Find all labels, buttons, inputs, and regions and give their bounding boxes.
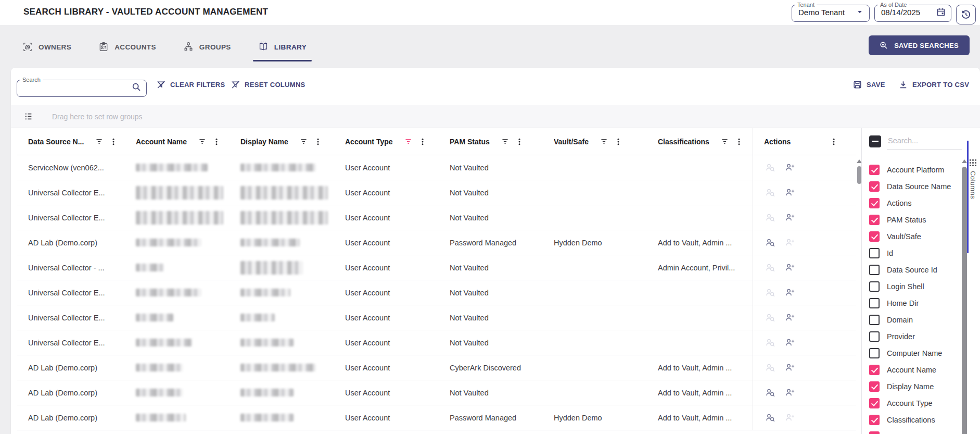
person-add-icon[interactable]	[785, 313, 795, 323]
table-row[interactable]: AD Lab (Demo.corp) User Account Password…	[17, 405, 856, 430]
tenant-select[interactable]: Tenant Demo Tenant	[792, 2, 870, 22]
column-checkbox[interactable]	[869, 331, 880, 342]
table-row[interactable]: ServiceNow (ven062... User Account Not V…	[17, 155, 856, 180]
column-header[interactable]: PAM Status	[439, 128, 543, 155]
column-checkbox[interactable]	[869, 315, 880, 325]
column-header[interactable]: Vault/Safe	[543, 128, 647, 155]
column-checkbox[interactable]	[869, 165, 880, 175]
column-checkbox[interactable]	[869, 281, 880, 292]
column-menu-icon[interactable]	[419, 138, 426, 146]
column-toggle-item[interactable]: Vault/Safe	[869, 228, 956, 245]
filter-icon[interactable]	[95, 138, 103, 145]
column-toggle-item[interactable]: Actions	[869, 195, 956, 212]
column-toggle-item[interactable]: PAM Status	[869, 212, 956, 228]
filter-icon[interactable]	[721, 138, 729, 145]
column-menu-icon[interactable]	[213, 138, 220, 146]
person-add-icon[interactable]	[785, 363, 795, 373]
column-menu-icon[interactable]	[830, 138, 837, 146]
table-row[interactable]: AD Lab (Demo.corp) User Account CyberArk…	[17, 355, 856, 380]
person-add-icon[interactable]	[785, 188, 795, 197]
history-button[interactable]	[956, 5, 976, 24]
clear-filters-button[interactable]: CLEAR FILTERS	[157, 80, 225, 89]
export-to-csv-button[interactable]: EXPORT TO CSV	[899, 80, 969, 89]
table-row[interactable]: AD Lab (Demo.corp) User Account Password…	[17, 230, 856, 255]
calendar-icon[interactable]	[936, 7, 946, 17]
table-row[interactable]: Universal Collector - ... User Account N…	[17, 255, 856, 280]
column-header[interactable]: Actions	[753, 128, 856, 155]
column-checkbox[interactable]	[869, 181, 880, 192]
column-menu-icon[interactable]	[735, 138, 743, 146]
column-toggle-item[interactable]: Login Shell	[869, 278, 956, 295]
row-groups-dropzone[interactable]: Drag here to set row groups	[11, 105, 980, 128]
column-checkbox[interactable]	[869, 248, 880, 258]
column-toggle-item[interactable]: Home Dir	[869, 295, 956, 312]
column-checkbox[interactable]	[869, 348, 880, 358]
person-add-icon[interactable]	[785, 288, 795, 297]
search-input[interactable]	[23, 82, 132, 92]
filter-icon[interactable]	[501, 138, 509, 145]
column-checkbox[interactable]	[869, 365, 880, 375]
table-row[interactable]: Universal Collector E... User Account No…	[17, 330, 856, 355]
tab-groups[interactable]: GROUPS	[180, 36, 234, 61]
tab-library[interactable]: LIBRARY	[255, 36, 310, 61]
person-search-icon[interactable]	[766, 313, 775, 323]
tab-owners[interactable]: OWNERS	[19, 36, 74, 61]
filter-icon[interactable]	[600, 138, 608, 145]
column-toggle-item[interactable]: Account Platform	[869, 162, 956, 178]
person-search-icon[interactable]	[766, 413, 775, 423]
filter-icon[interactable]	[300, 138, 308, 145]
column-header[interactable]: Display Name	[230, 128, 334, 155]
person-add-icon[interactable]	[785, 388, 795, 398]
column-toggle-item[interactable]: Id	[869, 245, 956, 262]
column-menu-icon[interactable]	[615, 138, 622, 146]
person-search-icon[interactable]	[766, 213, 775, 222]
column-checkbox[interactable]	[869, 415, 880, 425]
panel-scrollbar-thumb[interactable]	[962, 167, 967, 434]
table-row[interactable]: Universal Collector E... User Account No…	[17, 180, 856, 205]
column-toggle-item[interactable]: Display Name	[869, 378, 956, 395]
person-add-icon[interactable]	[785, 163, 795, 172]
column-menu-icon[interactable]	[110, 138, 117, 146]
table-row[interactable]: AD Lab (Demo.corp) User Account Not Vaul…	[17, 380, 856, 405]
column-toggle-item[interactable]: Data Source Name	[869, 178, 956, 195]
column-checkbox[interactable]	[869, 298, 880, 308]
column-header[interactable]: Data Source N...	[17, 128, 125, 155]
table-row[interactable]: Universal Collector E... User Account No…	[17, 280, 856, 305]
person-search-icon[interactable]	[766, 363, 775, 373]
filter-icon[interactable]	[198, 138, 206, 145]
person-add-icon[interactable]	[785, 263, 795, 272]
column-checkbox[interactable]	[869, 231, 880, 242]
column-checkbox[interactable]	[869, 431, 880, 434]
panel-scroll-up-arrow[interactable]	[962, 159, 967, 163]
column-checkbox[interactable]	[869, 265, 880, 275]
person-add-icon[interactable]	[785, 338, 795, 348]
person-search-icon[interactable]	[766, 163, 775, 172]
table-row[interactable]: Universal Collector E... User Account No…	[17, 205, 856, 230]
column-menu-icon[interactable]	[516, 138, 523, 146]
person-search-icon[interactable]	[766, 338, 775, 348]
column-toggle-item[interactable]: Domain	[869, 312, 956, 328]
column-checkbox[interactable]	[869, 381, 880, 392]
column-menu-icon[interactable]	[314, 138, 322, 146]
column-toggle-item[interactable]: Account Type	[869, 395, 956, 412]
person-search-icon[interactable]	[766, 238, 775, 247]
column-header[interactable]: Account Type	[334, 128, 439, 155]
columns-tab[interactable]: Columns	[969, 159, 977, 199]
grid-scrollbar-thumb[interactable]	[857, 166, 861, 184]
search-icon[interactable]	[132, 82, 141, 92]
person-search-icon[interactable]	[766, 263, 775, 272]
columns-search[interactable]	[887, 134, 962, 150]
column-checkbox[interactable]	[869, 198, 880, 208]
person-add-icon[interactable]	[785, 213, 795, 222]
column-header[interactable]: Account Name	[125, 128, 230, 155]
saved-searches-button[interactable]: SAVED SEARCHES	[869, 35, 970, 55]
column-checkbox[interactable]	[869, 398, 880, 408]
column-toggle-item[interactable]: Provider	[869, 328, 956, 345]
select-all-columns-checkbox[interactable]	[869, 135, 881, 147]
person-add-icon[interactable]	[785, 238, 795, 247]
tab-accounts[interactable]: ACCOUNTS	[95, 36, 159, 61]
column-checkbox[interactable]	[869, 215, 880, 225]
search-field[interactable]: Search	[17, 77, 147, 97]
save-button[interactable]: SAVE	[853, 80, 885, 89]
column-toggle-item[interactable]: Classifications	[869, 412, 956, 428]
